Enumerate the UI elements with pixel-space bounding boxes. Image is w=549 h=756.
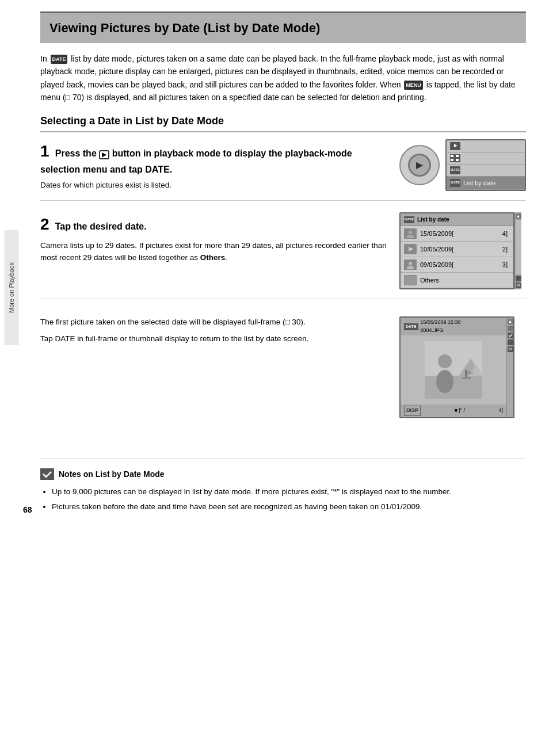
ref-70: □ 70 (66, 93, 82, 102)
additional-text-2: Tap DATE in full-frame or thumbnail disp… (40, 333, 388, 345)
menu-item-date-selected: DATE List by date (447, 177, 525, 190)
ff-top-bar: DATE 15/05/2009 15:300004.JPG (401, 318, 506, 335)
note-item-1: Up to 9,000 pictures can be displayed in… (52, 486, 526, 498)
list-screen-header: DATE List by date (401, 213, 513, 226)
step1-text: Press the ▶ button in playback mode to d… (40, 148, 352, 174)
ff-main: DATE 15/05/2009 15:300004.JPG (401, 318, 506, 417)
check-icon (508, 333, 513, 338)
notes-title: Notes on List by Date Mode (59, 468, 165, 480)
step2-bottom: The first picture taken on the selected … (40, 316, 526, 418)
fullframe-screen: DATE 15/05/2009 15:300004.JPG (399, 316, 514, 418)
step1-instruction: 1 Press the ▶ button in playback mode to… (40, 139, 388, 177)
svg-point-15 (436, 370, 453, 393)
date-selected-icon: DATE (450, 179, 460, 187)
playback-button: ▶ (408, 154, 431, 177)
note-item-2: Pictures taken before the date and time … (52, 501, 526, 513)
list-row-others: Others (401, 273, 513, 288)
list-thumb-2 (404, 244, 417, 254)
sidebar-label: More on Playback (5, 230, 19, 345)
ff-check-btn[interactable] (508, 333, 513, 338)
svg-rect-13 (425, 376, 482, 399)
list-count-1: 4] (502, 229, 508, 239)
menu-scroll-btn[interactable]: M (516, 282, 521, 288)
list-by-date-screen: DATE List by date 15/05/2 (399, 212, 526, 289)
menu-icon-inline: MENU (404, 81, 423, 90)
notes-section: Notes on List by Date Mode Up to 9,000 p… (40, 459, 526, 513)
svg-rect-8 (405, 276, 416, 285)
ff-image-area (401, 335, 506, 404)
list-thumb-others (404, 275, 417, 285)
step1-number: 1 (40, 142, 49, 160)
ff-scrollbar: ▲ M (506, 318, 513, 417)
list-row-3: 09/05/2009[ 3] (401, 257, 513, 273)
date-mode-icon: DATE (450, 166, 460, 174)
step2-number: 2 (40, 215, 49, 233)
page-title: Viewing Pictures by Date (List by Date M… (49, 18, 517, 37)
step2-row: 2 Tap the desired date. Camera lists up … (40, 212, 526, 299)
date-icon-fullframe: DATE (55, 334, 75, 343)
ff-filename: 15/05/2009 15:300004.JPG (421, 319, 461, 334)
list-count-2: 2] (502, 245, 508, 254)
note-checkmark-icon (40, 468, 54, 480)
notes-header: Notes on List by Date Mode (40, 468, 526, 480)
ff-disp-btn: DISP (404, 406, 421, 416)
date-icon-inline: DATE (51, 55, 68, 64)
ref-30: □ 30 (285, 318, 300, 326)
svg-point-1 (409, 231, 412, 234)
list-screen: DATE List by date 15/05/2 (399, 212, 514, 289)
ff-date-icon: DATE (404, 323, 418, 331)
step2-instruction: 2 Tap the desired date. (40, 212, 388, 236)
ff-menu-btn[interactable]: M (508, 346, 513, 352)
step2-left: 2 Tap the desired date. Camera lists up … (40, 212, 388, 264)
list-thumb-3 (404, 259, 417, 270)
step2-additional: The first picture taken on the selected … (40, 311, 526, 418)
ff-delete-btn[interactable] (508, 339, 513, 345)
page-number: 68 (23, 504, 32, 516)
list-row-1: 15/05/2009[ 4] (401, 226, 513, 242)
notes-icon (40, 468, 54, 480)
ff-person-image (425, 341, 482, 399)
menu-item-playback: ▶ (447, 140, 525, 152)
svg-point-14 (438, 354, 452, 368)
list-header-date-icon: DATE (404, 216, 414, 223)
step1-left: 1 Press the ▶ button in playback mode to… (40, 139, 388, 192)
others-bold: Others (200, 253, 226, 262)
list-date-2: 10/05/2009[ (420, 245, 502, 254)
ff-scroll-mid1 (508, 326, 513, 331)
page: More on Playback Viewing Pictures by Dat… (0, 0, 549, 528)
photo-thumb-2 (405, 245, 416, 254)
list-screen-title: List by date (417, 215, 449, 224)
list-count-3: 3] (502, 260, 508, 270)
list-row-2: 10/05/2009[ 2] (401, 242, 513, 257)
camera-button-mockup: ▶ (399, 145, 440, 185)
menu-item-thumbnail (447, 152, 525, 165)
ff-content: DATE 15/05/2009 15:300004.JPG (401, 318, 513, 417)
others-thumb (405, 276, 416, 285)
intro-text: In DATE list by date mode, pictures take… (40, 52, 526, 104)
photo-thumb-1 (405, 229, 416, 238)
section1-title: Selecting a Date in List by Date Mode (40, 113, 526, 132)
scroll-up-btn[interactable]: ▲ (516, 213, 521, 219)
ff-bottom-bar: DISP ■ [" / 4] (401, 404, 506, 417)
svg-rect-16 (465, 370, 467, 379)
step1-sub: Dates for which pictures exist is listed… (40, 180, 388, 191)
delete-btn[interactable] (516, 276, 521, 281)
list-by-date-label: List by date (463, 178, 495, 188)
photo-thumb-3 (405, 260, 416, 269)
date-icon-step1: DATE (145, 165, 169, 174)
list-date-1: 15/05/2009[ (420, 229, 502, 239)
ff-scroll-up[interactable]: ▲ (508, 319, 513, 324)
notes-list: Up to 9,000 pictures can be displayed in… (40, 486, 526, 513)
menu-screen: ▶ DATE DATE (445, 139, 526, 192)
list-date-others: Others (420, 276, 510, 285)
thumbnail-icon (450, 154, 460, 162)
title-bar: Viewing Pictures by Date (List by Date M… (40, 12, 526, 43)
scrollbar: ▲ M (514, 212, 521, 289)
additional-text-1: The first picture taken on the selected … (40, 316, 388, 328)
step1-right: ▶ ▶ DATE (399, 139, 526, 192)
step1-row: 1 Press the ▶ button in playback mode to… (40, 139, 526, 201)
svg-rect-18 (462, 377, 471, 379)
ff-counter: 4] (498, 407, 503, 415)
step2-text: Tap the desired date. (55, 222, 147, 231)
step2-right: DATE List by date 15/05/2 (399, 212, 526, 289)
